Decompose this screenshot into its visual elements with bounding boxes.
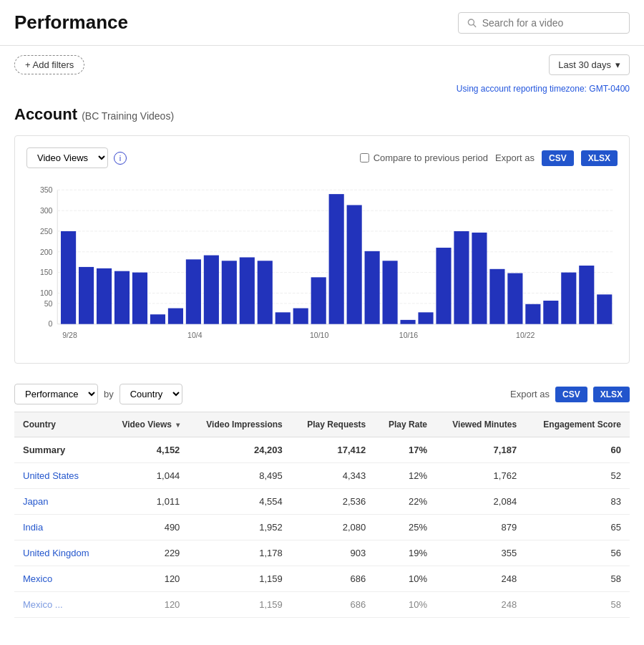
bar[interactable] — [436, 248, 451, 324]
bar[interactable] — [525, 304, 540, 324]
row-engagement-score: 83 — [525, 489, 630, 515]
col-video-impressions[interactable]: Video Impressions — [188, 412, 291, 437]
row-video-views: 120 — [106, 592, 188, 618]
bar[interactable] — [132, 273, 147, 324]
bar[interactable] — [275, 312, 291, 324]
compare-checkbox[interactable] — [360, 153, 369, 163]
row-video-impressions: 8,495 — [188, 463, 291, 489]
bar[interactable] — [79, 267, 94, 324]
country-select[interactable]: Country — [119, 384, 182, 404]
bar[interactable] — [293, 309, 308, 324]
row-video-views: 120 — [106, 566, 188, 592]
compare-checkbox-label[interactable]: Compare to previous period — [360, 152, 488, 163]
search-box[interactable] — [458, 12, 630, 34]
bar[interactable] — [347, 205, 362, 324]
row-viewed-minutes: 248 — [436, 592, 525, 618]
row-country[interactable]: Mexico — [14, 566, 106, 592]
bar[interactable] — [507, 273, 522, 324]
table-row: Mexico 120 1,159 686 10% 248 58 — [14, 566, 630, 592]
bar[interactable] — [311, 277, 326, 324]
bar[interactable] — [97, 268, 112, 324]
performance-select[interactable]: Performance — [14, 384, 98, 404]
chart-svg: 350 300 250 200 150 100 50 0 — [26, 180, 618, 351]
row-engagement-score: 58 — [525, 592, 630, 618]
row-viewed-minutes: 1,762 — [436, 463, 525, 489]
bar[interactable] — [543, 301, 558, 324]
timezone-note: Using account reporting timezone: GMT-04… — [0, 84, 644, 100]
row-engagement-score: 65 — [525, 515, 630, 540]
bar[interactable] — [365, 251, 380, 324]
account-section: Account (BC Training Videos) — [0, 100, 644, 135]
bar[interactable] — [400, 320, 415, 324]
bar[interactable] — [240, 257, 255, 324]
table-export-csv-button[interactable]: CSV — [555, 387, 587, 402]
col-video-views[interactable]: Video Views ▾ — [106, 412, 188, 437]
summary-play-rate: 17% — [374, 437, 436, 463]
chevron-down-icon: ▾ — [615, 59, 620, 70]
bar[interactable] — [150, 314, 165, 324]
row-viewed-minutes: 248 — [436, 566, 525, 592]
search-input[interactable] — [482, 17, 620, 29]
row-video-views: 229 — [106, 540, 188, 566]
bar[interactable] — [114, 271, 130, 324]
country-link[interactable]: India — [23, 522, 43, 533]
bar[interactable] — [418, 312, 433, 324]
chart-controls-left: Video Views i — [26, 147, 127, 168]
country-link[interactable]: Mexico — [23, 573, 52, 584]
export-label: Export as — [495, 152, 535, 163]
bar[interactable] — [168, 309, 183, 324]
export-csv-button[interactable]: CSV — [542, 150, 574, 166]
summary-play-requests: 17,412 — [291, 437, 375, 463]
svg-text:0: 0 — [49, 319, 53, 328]
row-country[interactable]: Mexico ... — [14, 592, 106, 618]
row-country[interactable]: United States — [14, 463, 106, 489]
row-country[interactable]: Japan — [14, 489, 106, 515]
col-play-requests[interactable]: Play Requests — [291, 412, 375, 437]
account-subtitle: (BC Training Videos) — [82, 110, 174, 122]
row-video-views: 1,044 — [106, 463, 188, 489]
date-range-label: Last 30 days — [558, 59, 611, 70]
date-range-selector[interactable]: Last 30 days ▾ — [549, 54, 630, 75]
bar[interactable] — [597, 294, 612, 324]
col-engagement-score[interactable]: Engagement Score — [525, 412, 630, 437]
bar[interactable] — [61, 231, 76, 324]
bar[interactable] — [258, 261, 273, 324]
row-viewed-minutes: 355 — [436, 540, 525, 566]
table-toolbar: Performance by Country Export as CSV XLS… — [14, 378, 630, 412]
svg-text:10/4: 10/4 — [187, 331, 203, 339]
country-link[interactable]: United Kingdom — [23, 548, 89, 558]
row-play-rate: 10% — [374, 566, 436, 592]
country-link[interactable]: Mexico ... — [23, 599, 63, 610]
bar[interactable] — [383, 261, 398, 324]
table-export-xlsx-button[interactable]: XLSX — [593, 387, 630, 402]
summary-video-views: 4,152 — [106, 437, 188, 463]
metric-select[interactable]: Video Views — [26, 147, 108, 168]
table-row: United Kingdom 229 1,178 903 19% 355 56 — [14, 540, 630, 566]
bar[interactable] — [329, 194, 344, 324]
table-toolbar-right: Export as CSV XLSX — [510, 387, 630, 402]
bar[interactable] — [579, 266, 594, 324]
bar[interactable] — [186, 259, 201, 324]
row-video-impressions: 1,952 — [188, 515, 291, 540]
col-country[interactable]: Country — [14, 412, 106, 437]
svg-line-1 — [474, 24, 476, 26]
bar[interactable] — [204, 256, 219, 324]
bar[interactable] — [489, 269, 504, 324]
country-link[interactable]: Japan — [23, 496, 48, 507]
add-filters-button[interactable]: + Add filters — [14, 55, 84, 74]
bar[interactable] — [454, 231, 469, 324]
summary-label: Summary — [14, 437, 106, 463]
row-viewed-minutes: 879 — [436, 515, 525, 540]
bar[interactable] — [222, 261, 237, 324]
bar[interactable] — [561, 273, 576, 324]
row-country[interactable]: India — [14, 515, 106, 540]
row-engagement-score: 56 — [525, 540, 630, 566]
col-viewed-minutes[interactable]: Viewed Minutes — [436, 412, 525, 437]
export-xlsx-button[interactable]: XLSX — [581, 150, 618, 166]
info-icon[interactable]: i — [114, 152, 127, 165]
row-country[interactable]: United Kingdom — [14, 540, 106, 566]
col-play-rate[interactable]: Play Rate — [374, 412, 436, 437]
bar[interactable] — [472, 233, 487, 324]
row-video-views: 490 — [106, 515, 188, 540]
country-link[interactable]: United States — [23, 470, 79, 481]
